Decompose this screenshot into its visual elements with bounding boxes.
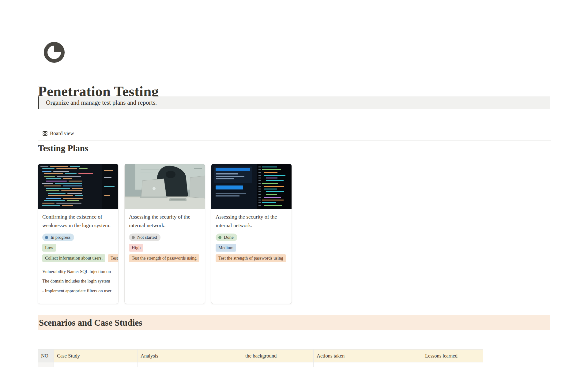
column-header-no[interactable]: NO xyxy=(38,350,54,362)
card-cover-image xyxy=(125,164,205,209)
status-dot-icon xyxy=(45,236,48,239)
status-label: In progress xyxy=(51,234,70,240)
card-title: Assessing the security of the internal n… xyxy=(216,213,292,230)
quote-bar xyxy=(38,96,39,109)
tab-board-view[interactable]: Board view xyxy=(43,129,74,137)
status-dot-icon xyxy=(132,236,135,239)
test-plan-card[interactable]: Assessing the security of the internal n… xyxy=(211,164,292,304)
column-header-case-study[interactable]: Case Study xyxy=(54,350,138,362)
page-icon[interactable] xyxy=(43,41,65,63)
table-cell[interactable] xyxy=(38,362,54,367)
table-cell[interactable] xyxy=(242,362,314,367)
case-studies-table: NO Case Study Analysis the background Ac… xyxy=(38,349,483,367)
tag-badge: Test the strength of passwords using xyxy=(216,254,286,262)
table-cell[interactable] xyxy=(138,362,242,367)
tag-row: Test the strength of passwords using xyxy=(129,254,205,262)
card-title: Confirming the existence of weaknesses i… xyxy=(42,213,118,230)
card-note: Vulnerability Name: SQL Injection on xyxy=(42,269,111,275)
table-row xyxy=(38,362,483,367)
card-note: - Implement appropriate filters on user xyxy=(42,288,111,294)
status-badge: In progress xyxy=(42,234,74,241)
column-header-analysis[interactable]: Analysis xyxy=(138,350,242,362)
test-plan-card[interactable]: Assessing the security of the internal n… xyxy=(124,164,205,304)
card-notes: Vulnerability Name: SQL Injection on The… xyxy=(42,265,111,294)
priority-badge: High xyxy=(129,244,143,252)
card-title: Assessing the security of the internal n… xyxy=(129,213,205,230)
tag-badge: Test the strength of passwords using xyxy=(108,254,118,262)
test-plan-card[interactable]: Confirming the existence of weaknesses i… xyxy=(38,164,119,304)
card-note: The domain includes the login system xyxy=(42,278,111,284)
section-title-scenarios: Scenarios and Case Studies xyxy=(38,315,550,330)
column-header-background[interactable]: the background xyxy=(242,350,314,362)
view-tab-label: Board view xyxy=(50,130,74,137)
priority-badge: Medium xyxy=(216,244,236,252)
status-badge: Not started xyxy=(129,234,160,241)
tag-badge: Collect information about users. xyxy=(42,254,105,262)
status-dot-icon xyxy=(218,236,221,239)
status-label: Done xyxy=(224,234,234,240)
section-band-scenarios: Scenarios and Case Studies xyxy=(38,315,550,330)
tag-row: Collect information about users. Test th… xyxy=(42,254,118,262)
table-header-row: NO Case Study Analysis the background Ac… xyxy=(38,350,483,362)
board-grid-icon xyxy=(43,131,47,136)
status-label: Not started xyxy=(137,234,157,240)
page-description-quote: Organize and manage test plans and repor… xyxy=(38,96,550,109)
view-divider xyxy=(38,140,551,140)
section-title-testing-plans: Testing Plans xyxy=(38,143,88,153)
tag-badge: Test the strength of passwords using xyxy=(129,254,199,262)
column-header-actions-taken[interactable]: Actions taken xyxy=(314,350,422,362)
page-description: Organize and manage test plans and repor… xyxy=(46,96,157,109)
priority-badge: Low xyxy=(42,244,56,252)
notion-page: Penetration Testing Organize and manage … xyxy=(0,0,588,367)
card-cover-image xyxy=(211,164,292,209)
card-cover-image xyxy=(38,164,118,209)
tag-row: Test the strength of passwords using xyxy=(216,254,292,262)
table-cell[interactable] xyxy=(314,362,422,367)
table-cell[interactable] xyxy=(422,362,483,367)
table-cell[interactable] xyxy=(54,362,138,367)
column-header-lessons-learned[interactable]: Lessons learned xyxy=(422,350,483,362)
status-badge: Done xyxy=(216,234,237,241)
quarter-pie-icon xyxy=(43,41,65,63)
